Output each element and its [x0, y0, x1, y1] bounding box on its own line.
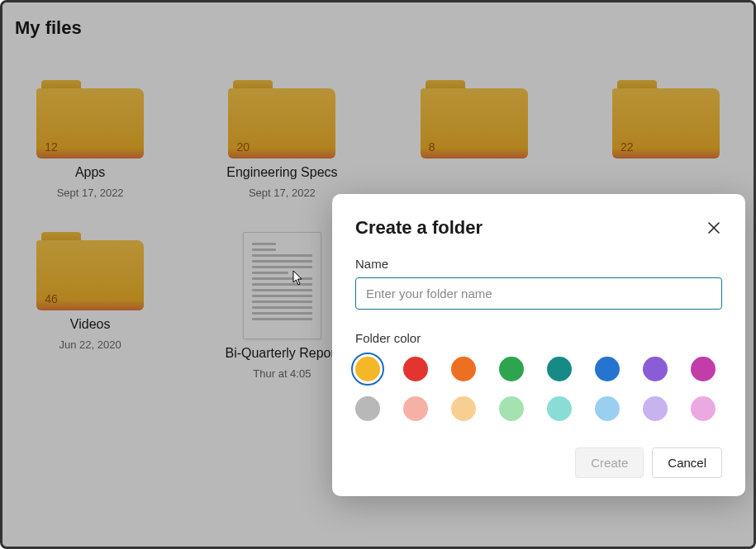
color-swatch[interactable] [691, 396, 716, 421]
close-button[interactable] [706, 220, 722, 236]
color-grid [355, 357, 722, 421]
color-swatch[interactable] [355, 357, 380, 381]
color-swatch[interactable] [547, 357, 572, 381]
color-swatch[interactable] [595, 357, 620, 381]
color-swatch[interactable] [499, 396, 524, 421]
dialog-title: Create a folder [355, 217, 483, 239]
color-swatch[interactable] [595, 396, 620, 421]
color-swatch[interactable] [643, 396, 668, 421]
name-label: Name [355, 257, 722, 271]
color-swatch[interactable] [451, 357, 476, 381]
color-swatch[interactable] [451, 396, 476, 421]
color-swatch[interactable] [691, 357, 716, 381]
color-swatch[interactable] [403, 357, 428, 381]
color-swatch[interactable] [499, 357, 524, 381]
create-folder-dialog: Create a folder Name Folder color Create… [332, 194, 745, 496]
cancel-button[interactable]: Cancel [652, 447, 722, 478]
dialog-actions: Create Cancel [355, 447, 722, 478]
create-button[interactable]: Create [575, 447, 644, 478]
color-swatch[interactable] [403, 396, 428, 421]
color-swatch[interactable] [643, 357, 668, 381]
folder-name-input[interactable] [355, 277, 722, 310]
color-swatch[interactable] [547, 396, 572, 421]
cursor-icon [292, 270, 304, 286]
color-label: Folder color [355, 331, 722, 345]
close-icon [708, 222, 720, 234]
color-swatch[interactable] [355, 396, 380, 421]
